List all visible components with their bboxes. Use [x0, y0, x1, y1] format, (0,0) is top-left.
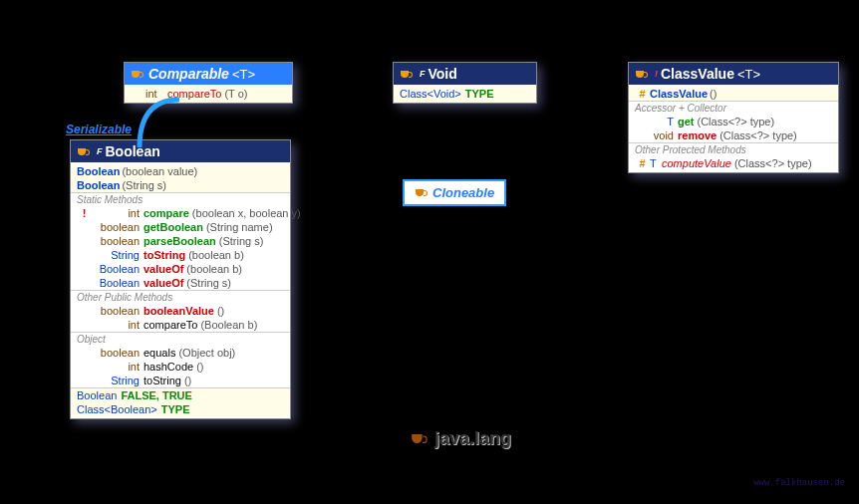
method-row: int compareTo (Boolean b): [71, 318, 290, 332]
prefix: !: [77, 207, 92, 219]
method-params: (boolean b): [186, 263, 242, 275]
section-label: Static Methods: [71, 193, 290, 206]
method-row: ! int compare (boolean x, boolean y): [71, 206, 290, 220]
class-header: F Void: [394, 63, 536, 85]
prefix: #: [635, 157, 650, 169]
return-type: void: [650, 129, 678, 141]
method-row: boolean parseBoolean (String s): [71, 234, 290, 248]
class-boolean: F Boolean Boolean (boolean value) Boolea…: [70, 139, 291, 419]
field-value: TYPE: [465, 88, 494, 100]
section-label: Accessor + Collector: [629, 102, 838, 115]
method-row: boolean booleanValue (): [71, 304, 290, 318]
protected-section: Other Protected Methods # T computeValue…: [629, 142, 838, 170]
method-row: int hashCode (): [71, 360, 290, 374]
serializable-tag: Serializable: [66, 123, 132, 136]
method-row: boolean getBoolean (String name): [71, 220, 290, 234]
return-type: boolean: [92, 347, 143, 359]
constructor-row: Boolean (String s): [71, 178, 290, 192]
class-body: Class<Void> TYPE: [394, 85, 536, 103]
section-label: Other Protected Methods: [629, 143, 838, 156]
modifier: F: [420, 69, 426, 79]
interface-cloneable: Cloneable: [403, 179, 506, 206]
return-type: boolean: [92, 305, 143, 317]
return-type: int: [92, 207, 143, 219]
return-type: int: [92, 319, 143, 331]
return-type: Boolean: [92, 277, 143, 289]
type-param: <T>: [737, 67, 760, 82]
inheritance-connector: [120, 90, 209, 149]
field-row: Boolean FALSE, TRUE: [71, 388, 290, 402]
field-type: Class<Void>: [400, 88, 461, 100]
method-params: (Class<?> type): [698, 116, 775, 127]
method-row: Boolean valueOf (String s): [71, 276, 290, 290]
method-params: (): [196, 361, 203, 373]
method-name: booleanValue: [143, 305, 214, 317]
constructor-row: # ClassValue (): [629, 87, 838, 101]
method-params: (Class<?> type): [734, 157, 812, 169]
return-type: int: [92, 361, 143, 373]
method-name: compareTo: [143, 319, 197, 331]
section-label: Object: [71, 333, 290, 346]
cup-icon: [635, 69, 649, 80]
public-section: Other Public Methods boolean booleanValu…: [71, 290, 290, 332]
method-name: valueOf: [143, 263, 183, 275]
cup-icon: [77, 146, 91, 157]
modifier: F: [97, 146, 103, 156]
cup-icon: [411, 431, 429, 445]
type-param: <T>: [232, 67, 255, 82]
method-params: (): [217, 305, 224, 317]
method-params: (Class<?> type): [719, 129, 797, 141]
return-type: T: [650, 157, 662, 169]
interface-name: Cloneable: [432, 185, 494, 200]
return-type: Boolean: [92, 263, 143, 275]
method-params: (String s): [186, 277, 231, 289]
ctor-name: Boolean: [77, 179, 120, 191]
method-name: getBoolean: [143, 221, 203, 233]
method-name: get: [678, 116, 695, 127]
package-label: java.lang: [413, 428, 511, 449]
method-name: compare: [143, 207, 189, 219]
method-name: toString: [143, 375, 181, 386]
class-name: ClassValue: [661, 66, 734, 82]
object-section: Object boolean equals (Object obj) int h…: [71, 332, 290, 387]
method-name: toString: [143, 249, 185, 261]
method-row: Boolean valueOf (boolean b): [71, 262, 290, 276]
method-params: (Object obj): [178, 347, 235, 359]
accessor-section: Accessor + Collector T get (Class<?> typ…: [629, 101, 838, 142]
method-row: String toString (): [71, 374, 290, 387]
method-name: remove: [678, 129, 716, 141]
return-type: boolean: [92, 235, 143, 247]
return-type: T: [650, 116, 678, 127]
field-type: Boolean: [77, 389, 117, 401]
attribution: www.falkhausen.de: [753, 478, 845, 488]
ctor-params: (): [710, 88, 716, 100]
method-name: hashCode: [143, 361, 193, 373]
method-params: (Boolean b): [200, 319, 257, 331]
class-classvalue: ! ClassValue <T> # ClassValue () Accesso…: [628, 62, 839, 173]
method-name: equals: [143, 347, 175, 359]
modifier: !: [655, 69, 658, 79]
method-params: (boolean b): [188, 249, 244, 261]
class-header: Comparable <T>: [125, 63, 292, 85]
method-row: # T computeValue (Class<?> type): [629, 156, 838, 170]
static-section: Static Methods ! int compare (boolean x,…: [71, 192, 290, 290]
method-params: (): [184, 375, 191, 386]
method-params: (String name): [206, 221, 273, 233]
class-body: # ClassValue () Accessor + Collector T g…: [629, 85, 838, 172]
return-type: boolean: [92, 221, 143, 233]
section-label: Other Public Methods: [71, 291, 290, 304]
return-type: String: [92, 375, 143, 386]
constructor-row: Boolean (boolean value): [71, 164, 290, 178]
field-value: FALSE, TRUE: [121, 389, 192, 401]
method-name: parseBoolean: [143, 235, 216, 247]
method-row: String toString (boolean b): [71, 248, 290, 262]
method-row: T get (Class<?> type): [629, 115, 838, 128]
method-params: (boolean x, boolean y): [192, 207, 301, 219]
method-params: (String s): [219, 235, 264, 247]
class-void: F Void Class<Void> TYPE: [393, 62, 537, 104]
ctor-name: Boolean: [77, 165, 120, 177]
fields-section: Boolean FALSE, TRUE Class<Boolean> TYPE: [71, 387, 290, 416]
constructors-section: Boolean (boolean value) Boolean (String …: [71, 164, 290, 192]
field-value: TYPE: [161, 403, 190, 415]
ctor-name: ClassValue: [650, 88, 708, 100]
